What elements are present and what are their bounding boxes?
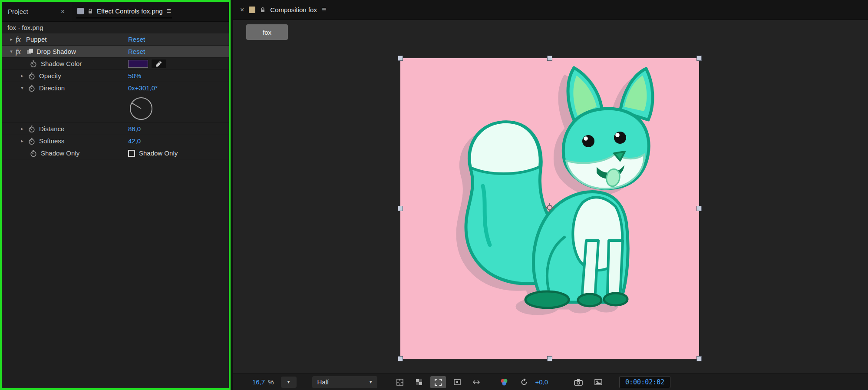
close-icon[interactable]: ×: [240, 6, 244, 14]
shadow-only-checkbox[interactable]: [128, 150, 135, 157]
show-channel-button[interactable]: [496, 376, 512, 388]
eyedropper-button[interactable]: [152, 59, 166, 68]
fx-icon: fx: [16, 48, 26, 56]
effect-name-drop-shadow: Drop Shadow: [36, 48, 76, 55]
zoom-unit-label: %: [268, 378, 274, 386]
twirl-closed-icon[interactable]: ▸: [7, 36, 16, 42]
exposure-value[interactable]: +0,0: [535, 378, 548, 386]
effect-controls-tabbar: Project × Effect Controls fox.png ≡: [2, 2, 229, 22]
mask-visibility-icon: [453, 378, 462, 387]
stopwatch-icon[interactable]: [28, 72, 36, 80]
twirl-open-icon[interactable]: ▾: [18, 85, 26, 91]
stopwatch-icon[interactable]: [28, 137, 36, 145]
shadow-color-label: Shadow Color: [41, 60, 82, 67]
region-of-interest-icon: [434, 378, 442, 387]
direction-value[interactable]: 0x+301,0°: [128, 84, 158, 92]
chevron-down-icon: ▾: [370, 379, 372, 385]
grid-guides-icon: [396, 378, 404, 387]
zoom-value[interactable]: 16,7: [252, 378, 265, 386]
zoom-dropdown[interactable]: ▾: [281, 377, 297, 388]
property-row-opacity: ▸ Opacity 50%: [2, 70, 229, 82]
softness-value[interactable]: 42,0: [128, 137, 141, 145]
composition-toolbar: 16,7 % ▾ Half ▾: [233, 373, 868, 390]
lock-icon: [88, 8, 93, 14]
property-row-distance: ▸ Distance 86,0: [2, 123, 229, 135]
shadow-color-swatch[interactable]: [128, 60, 148, 68]
opacity-label: Opacity: [39, 72, 61, 79]
tab-composition-label[interactable]: Composition fox: [270, 6, 317, 13]
pixel-aspect-correction-icon: [472, 378, 481, 387]
selection-handle-top-right[interactable]: [696, 56, 702, 61]
pixel-aspect-correction-button[interactable]: [469, 376, 484, 388]
property-row-shadow-color: Shadow Color: [2, 58, 229, 70]
stopwatch-icon[interactable]: [28, 125, 36, 133]
close-icon[interactable]: ×: [61, 8, 65, 16]
effect-controls-panel: Project × Effect Controls fox.png ≡ fox …: [0, 0, 231, 390]
region-of-interest-button[interactable]: [430, 376, 446, 388]
shadow-only-label: Shadow Only: [41, 149, 79, 157]
effect-row-puppet[interactable]: ▸ fx Puppet Reset: [2, 33, 229, 46]
selection-handle-mid-left[interactable]: [398, 206, 403, 211]
distance-label: Distance: [39, 125, 64, 132]
distance-value[interactable]: 86,0: [128, 125, 141, 132]
selection-handle-mid-right[interactable]: [696, 206, 702, 211]
transparency-grid-icon: [415, 378, 423, 387]
tab-project[interactable]: Project ×: [2, 2, 71, 21]
timecode-value: 0:00:02:02: [625, 378, 664, 386]
rgb-channels-icon: [500, 378, 508, 387]
softness-label: Softness: [39, 137, 64, 145]
tab-effect-controls-label: Effect Controls fox.png: [97, 7, 162, 15]
mask-visibility-button[interactable]: [449, 376, 465, 388]
layer-anchor-point-icon[interactable]: [544, 202, 555, 215]
eyedropper-icon: [155, 60, 163, 68]
direction-label: Direction: [39, 84, 65, 92]
direction-dial[interactable]: [129, 96, 153, 121]
effect-row-drop-shadow[interactable]: ▾ fx Drop Shadow Reset: [2, 46, 229, 58]
composition-panel: × Composition fox ≡ fox: [233, 0, 868, 390]
twirl-closed-icon[interactable]: ▸: [18, 126, 26, 132]
twirl-closed-icon[interactable]: ▸: [18, 73, 26, 79]
timecode-field[interactable]: 0:00:02:02: [619, 376, 670, 388]
panel-menu-icon[interactable]: ≡: [166, 7, 171, 16]
reset-exposure-button[interactable]: [516, 376, 532, 388]
stopwatch-icon[interactable]: [28, 84, 36, 92]
selection-handle-top-center[interactable]: [547, 56, 552, 61]
effect-rows: ▸ fx Puppet Reset ▾ fx Drop Shadow Reset…: [2, 33, 229, 159]
selection-handle-top-left[interactable]: [398, 56, 403, 61]
view-options-group: [392, 376, 484, 388]
composition-nav-button[interactable]: fox: [246, 24, 288, 40]
effect-name-puppet: Puppet: [26, 36, 47, 43]
grid-guides-options-button[interactable]: [392, 376, 408, 388]
show-snapshot-icon: [594, 378, 603, 387]
tab-effect-controls-inner: Effect Controls fox.png ≡: [76, 5, 172, 18]
reset-puppet-link[interactable]: Reset: [128, 36, 145, 43]
composition-canvas-layer[interactable]: [400, 58, 699, 359]
reset-exposure-icon: [520, 378, 528, 387]
show-snapshot-button[interactable]: [591, 376, 606, 388]
reset-drop-shadow-link[interactable]: Reset: [128, 48, 145, 55]
stopwatch-icon[interactable]: [30, 149, 37, 157]
panel-menu-icon[interactable]: ≡: [322, 5, 327, 14]
camera-icon: [574, 378, 583, 387]
lock-icon: [260, 7, 265, 13]
direction-dial-row: [2, 94, 229, 123]
opacity-value[interactable]: 50%: [128, 72, 141, 79]
take-snapshot-button[interactable]: [571, 376, 586, 388]
panel-square-icon: [77, 8, 84, 14]
transparency-grid-button[interactable]: [411, 376, 427, 388]
resolution-dropdown[interactable]: Half ▾: [312, 376, 377, 388]
composition-tabbar: × Composition fox ≡: [233, 0, 868, 20]
twirl-closed-icon[interactable]: ▸: [18, 138, 26, 144]
resolution-value: Half: [317, 378, 329, 386]
source-layer-label: fox · fox.png: [2, 22, 229, 33]
tab-project-label: Project: [8, 8, 28, 15]
selection-handle-bottom-center[interactable]: [547, 356, 552, 361]
selection-handle-bottom-right[interactable]: [696, 356, 702, 361]
stopwatch-icon[interactable]: [30, 60, 37, 68]
property-row-shadow-only: Shadow Only Shadow Only: [2, 147, 229, 159]
tab-effect-controls[interactable]: Effect Controls fox.png ≡: [71, 2, 177, 21]
twirl-open-icon[interactable]: ▾: [7, 49, 16, 54]
selection-handle-bottom-left[interactable]: [398, 356, 403, 361]
effect-thumbnail-icon: [26, 48, 33, 55]
fx-icon: fx: [16, 36, 26, 43]
